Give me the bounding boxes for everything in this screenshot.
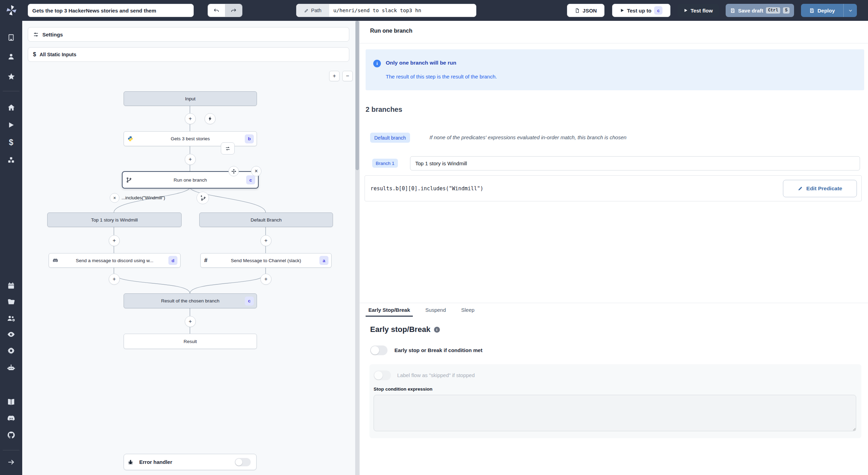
json-button[interactable]: JSON bbox=[567, 4, 604, 17]
arrow-right-icon bbox=[7, 458, 15, 466]
close-icon: × bbox=[113, 195, 116, 201]
windmill-logo[interactable] bbox=[5, 4, 18, 17]
node-result[interactable]: Result bbox=[124, 334, 257, 349]
branches-heading: 2 branches bbox=[366, 106, 402, 114]
edit-predicate-button[interactable]: Edit Predicate bbox=[783, 180, 857, 197]
tab-sleep[interactable]: Sleep bbox=[461, 303, 474, 317]
book-icon bbox=[7, 398, 15, 406]
info-title: Only one branch will be run bbox=[386, 60, 456, 66]
info-callout: i Only one branch will be run The result… bbox=[366, 49, 864, 90]
move-step-button[interactable] bbox=[228, 166, 239, 176]
cubes-icon bbox=[7, 156, 15, 164]
path-input[interactable] bbox=[329, 4, 476, 17]
node-label: Default Branch bbox=[210, 217, 322, 223]
add-branch-button[interactable] bbox=[197, 192, 209, 204]
sidebar-item-groups[interactable] bbox=[7, 314, 16, 323]
folder-icon bbox=[7, 298, 15, 306]
undo-button[interactable] bbox=[208, 4, 225, 17]
git-branch-icon bbox=[126, 177, 132, 183]
node-branch-default[interactable]: Default Branch bbox=[199, 212, 333, 227]
toggle-knob bbox=[374, 371, 383, 380]
user-icon bbox=[7, 53, 15, 60]
branch1-badge: Branch 1 bbox=[372, 159, 398, 168]
chevron-down-icon bbox=[848, 8, 853, 13]
node-send-slack-message[interactable]: # Send Message to Channel (slack) a bbox=[200, 253, 332, 268]
tab-early-stop-break[interactable]: Early Stop/Break bbox=[368, 303, 410, 317]
add-step-button[interactable]: + bbox=[185, 113, 196, 124]
sidebar-item-settings[interactable] bbox=[7, 346, 16, 355]
flow-scrollbar[interactable] bbox=[355, 21, 359, 475]
sidebar-item-audit[interactable] bbox=[7, 330, 16, 339]
loop-restart-button[interactable] bbox=[221, 142, 235, 155]
divider bbox=[360, 43, 868, 43]
sidebar-item-schedules[interactable] bbox=[7, 281, 16, 290]
robot-icon bbox=[7, 364, 15, 372]
sidebar-item-home[interactable] bbox=[7, 103, 16, 112]
bug-icon bbox=[127, 459, 134, 465]
test-up-to-button[interactable]: Test up to c bbox=[612, 4, 670, 17]
gear-icon bbox=[7, 347, 15, 355]
stop-condition-textarea[interactable] bbox=[374, 395, 856, 431]
sidebar-item-variables[interactable]: $ bbox=[7, 138, 16, 147]
trigger-button[interactable] bbox=[205, 113, 216, 124]
node-result-chosen-branch[interactable]: Result of the chosen branch c bbox=[124, 293, 257, 308]
pencil-icon bbox=[798, 186, 803, 191]
kbd-ctrl: Ctrl bbox=[766, 7, 780, 14]
sidebar-item-docs[interactable] bbox=[7, 398, 16, 407]
step-id-badge: a bbox=[319, 256, 328, 265]
sidebar-item-runs[interactable] bbox=[7, 120, 16, 130]
scrollbar-thumb[interactable] bbox=[356, 21, 359, 170]
github-icon bbox=[7, 431, 15, 439]
node-gets-3-best-stories[interactable]: Gets 3 best stories b bbox=[124, 131, 257, 146]
delete-step-button[interactable]: × bbox=[251, 166, 261, 176]
sidebar-item-github[interactable] bbox=[7, 431, 16, 440]
early-stop-toggle[interactable] bbox=[370, 345, 387, 355]
sidebar-item-folders[interactable] bbox=[7, 297, 16, 306]
toggle-knob bbox=[235, 459, 242, 466]
path-field-group: Path bbox=[296, 4, 476, 17]
deploy-button[interactable]: Deploy bbox=[801, 4, 843, 17]
tab-suspend[interactable]: Suspend bbox=[425, 303, 446, 317]
sidebar-item-user[interactable] bbox=[7, 52, 16, 61]
node-send-discord-message[interactable]: Send a message to discord using w... d bbox=[49, 253, 181, 268]
error-handler-toggle[interactable] bbox=[235, 458, 251, 466]
node-label: Error handler bbox=[139, 459, 246, 465]
skipped-toggle[interactable] bbox=[374, 370, 391, 380]
redo-button[interactable] bbox=[225, 4, 242, 17]
branch1-summary-input[interactable] bbox=[410, 156, 860, 170]
save-icon bbox=[730, 8, 735, 13]
node-label: Gets 3 best stories bbox=[134, 136, 246, 141]
home-icon bbox=[7, 103, 15, 111]
sidebar-item-discord[interactable] bbox=[7, 414, 16, 423]
add-step-button[interactable]: + bbox=[109, 274, 120, 285]
test-flow-button[interactable]: Test flow bbox=[677, 4, 719, 17]
sidebar-item-favorites[interactable] bbox=[7, 72, 16, 81]
path-label-chip[interactable]: Path bbox=[297, 4, 329, 17]
add-step-button[interactable]: + bbox=[260, 274, 272, 285]
flow-summary-input[interactable] bbox=[28, 4, 194, 17]
add-step-button[interactable]: + bbox=[109, 235, 120, 246]
node-branch-top1-windmill[interactable]: Top 1 story is Windmill bbox=[47, 212, 182, 227]
node-error-handler[interactable]: Error handler bbox=[124, 454, 257, 470]
sidebar-expand-button[interactable] bbox=[7, 458, 16, 467]
dollar-icon: $ bbox=[9, 138, 14, 147]
save-draft-button[interactable]: Save draft Ctrl S bbox=[726, 4, 794, 17]
sidebar-divider bbox=[3, 450, 19, 450]
node-label: Send a message to discord using w... bbox=[59, 258, 170, 263]
top-bar: Path JSON Test up to c Test flow Save dr… bbox=[0, 0, 868, 21]
users-gear-icon bbox=[7, 314, 15, 323]
predicate-edge-label[interactable]: ...includes("Windmill") bbox=[122, 195, 165, 200]
add-step-button[interactable]: + bbox=[185, 154, 196, 165]
remove-branch-button[interactable]: × bbox=[110, 193, 119, 203]
play-icon bbox=[8, 122, 15, 128]
sidebar-item-workers[interactable] bbox=[7, 364, 16, 373]
deploy-label: Deploy bbox=[817, 8, 835, 14]
node-input[interactable]: Input bbox=[124, 91, 257, 106]
deploy-more-button[interactable] bbox=[843, 4, 857, 17]
early-stop-heading-row: Early stop/Break i bbox=[370, 325, 440, 334]
add-step-button[interactable]: + bbox=[185, 316, 196, 327]
add-step-button[interactable]: + bbox=[260, 235, 272, 246]
sidebar-item-workspace[interactable] bbox=[7, 33, 16, 42]
skipped-toggle-label: Label flow as "skipped" if stopped bbox=[397, 372, 475, 378]
sidebar-item-resources[interactable] bbox=[7, 156, 16, 165]
